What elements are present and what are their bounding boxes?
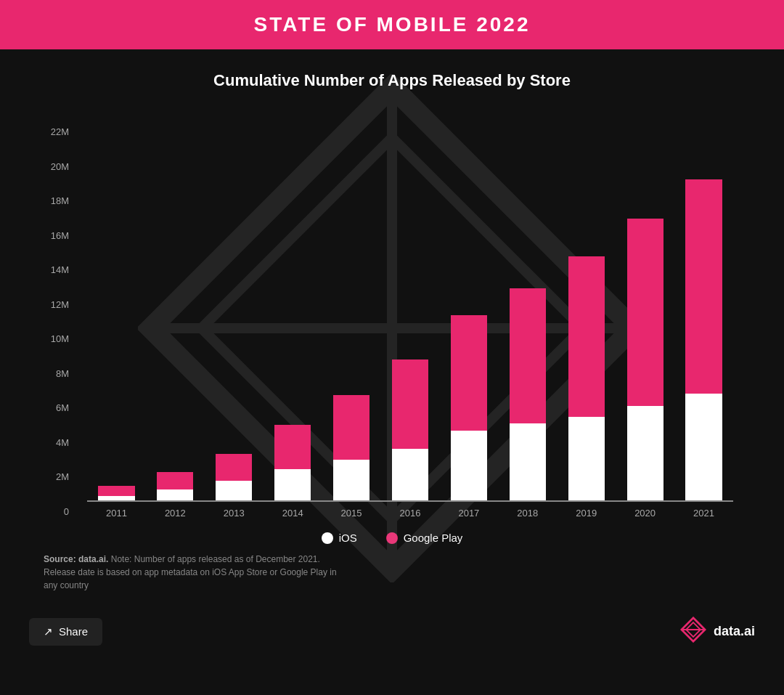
bar-ios [274, 469, 311, 500]
y-axis-label: 22M [44, 126, 69, 137]
x-axis-label: 2014 [264, 508, 322, 519]
y-axis-label: 6M [44, 402, 69, 413]
bar-google [510, 288, 546, 424]
chart-title: Cumulative Number of Apps Released by St… [44, 71, 740, 90]
bar-ios [627, 406, 663, 500]
y-axis-label: 12M [44, 299, 69, 310]
page-title: STATE OF MOBILE 2022 [0, 13, 784, 36]
y-axis-label: 8M [44, 368, 69, 379]
bar-google [392, 359, 428, 449]
bar-google [568, 256, 605, 417]
page-wrapper: STATE OF MOBILE 2022 Cumulative Number o… [0, 0, 784, 657]
brand-name: data.ai [714, 624, 755, 639]
bar-ios [98, 496, 134, 500]
bar-ios [333, 460, 369, 500]
bars-and-grid: 2011201220132014201520162017201820192020… [80, 500, 740, 519]
y-axis-label: 10M [44, 333, 69, 344]
x-axis-label: 2021 [674, 508, 733, 519]
y-axis-label: 4M [44, 437, 69, 448]
bar-ios [685, 394, 722, 500]
chart-container: Cumulative Number of Apps Released by St… [0, 49, 784, 606]
page-header: STATE OF MOBILE 2022 [0, 0, 784, 49]
y-axis-label: 16M [44, 230, 69, 241]
bar-google [157, 472, 193, 490]
y-axis-label: 20M [44, 161, 69, 172]
bar-google [333, 395, 369, 459]
y-axis-label: 18M [44, 195, 69, 206]
x-axis-label: 2019 [557, 508, 616, 519]
bar-google [274, 425, 311, 469]
brand-icon [680, 617, 706, 646]
bar-google [627, 219, 663, 406]
page-footer: ↗ Share data.ai [0, 606, 784, 657]
y-axis-label: 2M [44, 471, 69, 482]
bar-ios [568, 417, 605, 500]
chart-area: 02M4M6M8M10M12M14M16M18M20M22M 201120122… [44, 112, 740, 519]
bar-ios [392, 449, 428, 500]
bar-google [98, 486, 134, 496]
brand-logo-area: data.ai [680, 617, 755, 646]
bar-ios [216, 481, 252, 500]
x-axis-label: 2020 [616, 508, 674, 519]
y-axis: 02M4M6M8M10M12M14M16M18M20M22M [44, 126, 69, 519]
x-axis-label: 2018 [498, 508, 557, 519]
x-axis-label: 2012 [146, 508, 205, 519]
bar-ios [510, 423, 546, 500]
bar-ios [157, 489, 193, 500]
x-axis-label: 2016 [381, 508, 440, 519]
x-axis-label: 2011 [87, 508, 146, 519]
y-axis-label: 14M [44, 264, 69, 275]
source-text: Source: data.ai. Note: Number of apps re… [44, 553, 348, 592]
bar-google [685, 179, 722, 394]
share-icon: ↗ [44, 625, 53, 638]
x-axis-label: 2017 [439, 508, 498, 519]
bar-ios [451, 431, 487, 500]
share-button[interactable]: ↗ Share [29, 618, 102, 646]
share-label: Share [59, 625, 88, 638]
bar-google [216, 454, 252, 481]
x-axis: 2011201220132014201520162017201820192020… [80, 502, 740, 519]
chart-inner: 02M4M6M8M10M12M14M16M18M20M22M 201120122… [44, 112, 740, 519]
x-axis-label: 2013 [205, 508, 264, 519]
x-axis-label: 2015 [322, 508, 381, 519]
y-axis-label: 0 [44, 506, 69, 517]
bar-google [451, 315, 487, 431]
